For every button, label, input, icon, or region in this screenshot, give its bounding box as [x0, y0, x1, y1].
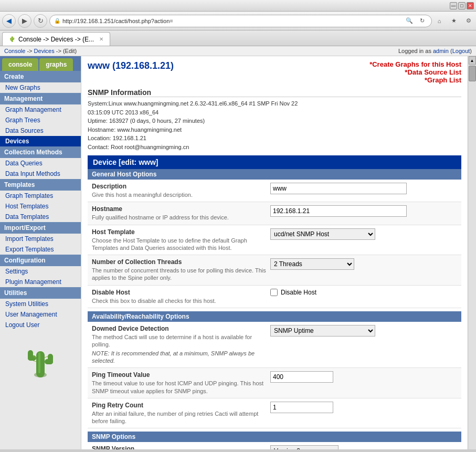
snmp-info: System:Linux www.huangmingming.net 2.6.3…: [88, 99, 461, 151]
forward-button[interactable]: ▶: [18, 14, 31, 28]
device-edit-header: Device [edit: www]: [88, 155, 461, 169]
cactus-icon: [19, 335, 61, 383]
scrollbar-thumb[interactable]: [469, 66, 476, 81]
host-template-select[interactable]: ucd/net SNMP Host None Local Linux Machi…: [270, 228, 375, 240]
sidebar-item-system-utilities[interactable]: System Utilities: [0, 299, 81, 309]
scroll-up-button[interactable]: ▲: [469, 56, 476, 65]
sidebar-section-management[interactable]: Management: [0, 93, 81, 104]
sidebar-item-graph-templates[interactable]: Graph Templates: [0, 191, 81, 201]
sidebar-section-create[interactable]: Create: [0, 71, 81, 82]
sidebar-item-graph-management[interactable]: Graph Management: [0, 104, 81, 115]
breadcrumb-bar: Console -> Devices -> (Edit) Logged in a…: [0, 46, 476, 56]
form-row-hostname: Hostname Fully qualified hostname or IP …: [88, 202, 461, 225]
logout-link[interactable]: Logout: [452, 48, 470, 54]
svg-rect-5: [48, 354, 53, 364]
refresh-button[interactable]: ↻: [34, 14, 47, 28]
tab-close-button[interactable]: ✕: [99, 36, 103, 42]
description-input[interactable]: [270, 183, 407, 194]
sidebar-item-data-input-methods[interactable]: Data Input Methods: [0, 169, 81, 179]
snmp-info-line5: Location: 192.168.1.21: [88, 134, 461, 143]
snmp-options-header: SNMP Options: [88, 432, 461, 442]
sidebar-item-data-sources[interactable]: Data Sources: [0, 125, 81, 136]
svg-line-8: [45, 356, 48, 358]
snmp-version-label: SNMP Version: [92, 445, 270, 449]
ping-timeout-label: Ping Timeout Value: [92, 371, 270, 379]
bookmark-star-icon[interactable]: ★: [449, 16, 459, 26]
sidebar-item-graph-trees[interactable]: Graph Trees: [0, 115, 81, 125]
svg-rect-9: [38, 352, 40, 373]
address-bar-container: 🔒 🔍 ↻: [49, 15, 432, 27]
reload-icon[interactable]: ↻: [417, 16, 427, 26]
sidebar-section-templates[interactable]: Templates: [0, 179, 81, 191]
sidebar-section-collection-methods[interactable]: Collection Methods: [0, 146, 81, 158]
ping-timeout-desc: The timeout value to use for host ICMP a…: [92, 380, 270, 395]
sidebar-item-devices[interactable]: Devices: [0, 136, 81, 146]
create-graphs-link[interactable]: *Create Graphs for this Host: [369, 60, 461, 68]
sidebar-item-logout-user[interactable]: Logout User: [0, 320, 81, 330]
maximize-button[interactable]: □: [458, 2, 466, 9]
downed-device-desc: The method Cacti will use to determine i…: [92, 333, 270, 349]
form-row-downed-device: Downed Device Detection The method Cacti…: [88, 322, 461, 368]
sidebar-item-new-graphs[interactable]: New Graphs: [0, 82, 81, 93]
breadcrumb-arrow2: ->: [56, 48, 63, 54]
tab-favicon: 🌵: [9, 36, 15, 42]
sidebar-item-plugin-management[interactable]: Plugin Management: [0, 277, 81, 287]
sidebar-section-configuration[interactable]: Configuration: [0, 255, 81, 266]
sidebar-item-data-templates[interactable]: Data Templates: [0, 212, 81, 222]
form-row-description: Description Give this host a meaningful …: [88, 180, 461, 202]
ping-timeout-input[interactable]: [270, 371, 333, 383]
header-links: *Create Graphs for this Host *Data Sourc…: [369, 60, 461, 84]
titlebar-buttons: — □ ✕: [450, 2, 474, 9]
tab-graphs[interactable]: graphs: [39, 58, 73, 71]
sidebar-section-import-export[interactable]: Import/Export: [0, 222, 81, 234]
svg-rect-3: [28, 350, 33, 361]
sidebar-item-export-templates[interactable]: Export Templates: [0, 244, 81, 255]
disable-host-desc: Check this box to disable all checks for…: [92, 297, 270, 304]
tab-console[interactable]: console: [2, 58, 38, 71]
close-button[interactable]: ✕: [467, 2, 474, 9]
browser-titlebar: — □ ✕: [0, 0, 476, 12]
form-row-ping-retry: Ping Retry Count After an initial failur…: [88, 398, 461, 429]
search-icon[interactable]: 🔍: [404, 16, 415, 26]
sidebar-item-user-management[interactable]: User Management: [0, 309, 81, 320]
collection-threads-select[interactable]: 1 Thread 2 Threads 4 Threads 8 Threads: [270, 258, 354, 270]
page-header: www (192.168.1.21) *Create Graphs for th…: [88, 60, 461, 84]
hostname-input[interactable]: [270, 205, 407, 217]
content-inner: www (192.168.1.21) *Create Graphs for th…: [81, 56, 468, 449]
breadcrumb-console-link[interactable]: Console: [4, 48, 25, 54]
logged-in-text: Logged in as: [398, 48, 431, 54]
logged-in-info: Logged in as admin (Logout): [398, 48, 472, 54]
main-area: console graphs Create New Graphs Managem…: [0, 56, 468, 449]
sidebar-item-host-templates[interactable]: Host Templates: [0, 201, 81, 212]
graph-list-link[interactable]: *Graph List: [369, 76, 461, 84]
breadcrumb: Console -> Devices -> (Edit): [4, 48, 77, 54]
sidebar-item-import-templates[interactable]: Import Templates: [0, 234, 81, 244]
form-row-ping-timeout: Ping Timeout Value The timeout value to …: [88, 368, 461, 398]
form-row-collection-threads: Number of Collection Threads The number …: [88, 255, 461, 286]
form-row-disable-host: Disable Host Check this box to disable a…: [88, 286, 461, 308]
settings-gear-icon[interactable]: ⚙: [463, 16, 474, 26]
address-bar[interactable]: [62, 18, 402, 24]
downed-device-label: Downed Device Detection: [92, 325, 270, 332]
sidebar-item-settings[interactable]: Settings: [0, 266, 81, 277]
snmp-section: SNMP Information System:Linux www.huangm…: [88, 88, 461, 151]
downed-device-select[interactable]: SNMP Uptime Ping Ping and SNMP None: [270, 325, 375, 337]
disable-host-checkbox[interactable]: [270, 289, 278, 296]
active-tab[interactable]: 🌵 Console -> Devices -> (E... ✕: [2, 32, 110, 46]
home-icon[interactable]: ⌂: [434, 16, 445, 26]
collection-threads-desc: The number of concurrent threads to use …: [92, 267, 270, 282]
sidebar: console graphs Create New Graphs Managem…: [0, 56, 81, 449]
breadcrumb-devices-link[interactable]: Devices: [34, 48, 55, 54]
page-title: www (192.168.1.21): [88, 60, 174, 71]
data-source-list-link[interactable]: *Data Source List: [369, 68, 461, 76]
sidebar-section-utilities[interactable]: Utilities: [0, 287, 81, 299]
snmp-info-line2: 03:15:09 UTC 2013 x86_64: [88, 108, 461, 117]
logged-in-user[interactable]: admin: [433, 48, 449, 54]
ping-retry-input[interactable]: [270, 402, 333, 413]
minimize-button[interactable]: —: [450, 2, 457, 9]
scrollbar-right[interactable]: ▲: [468, 56, 476, 449]
snmp-version-select[interactable]: Version 1 Version 2 Version 3: [270, 445, 339, 449]
back-button[interactable]: ◀: [2, 14, 16, 28]
snmp-info-line3: Uptime: 163927 (0 days, 0 hours, 27 minu…: [88, 117, 461, 125]
sidebar-item-data-queries[interactable]: Data Queries: [0, 158, 81, 169]
